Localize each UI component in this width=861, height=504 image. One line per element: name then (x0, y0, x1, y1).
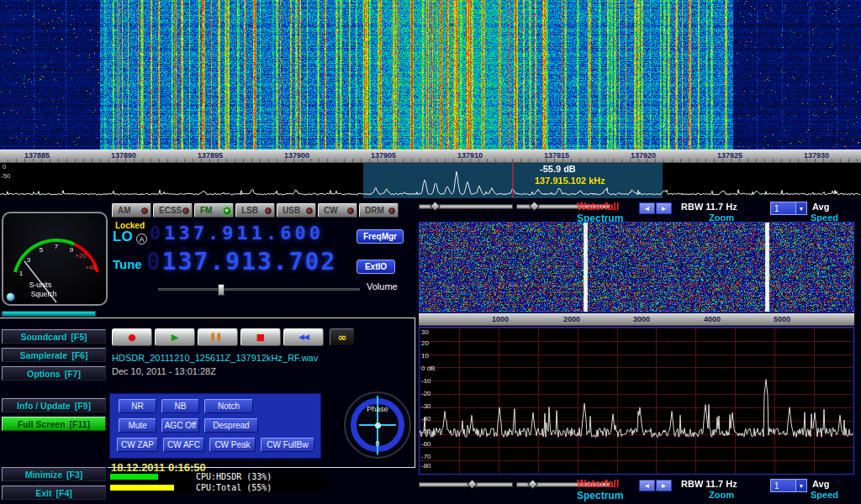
rbw-readout: RBW 11.7 Hz (681, 202, 737, 212)
stop-button[interactable]: ■ (240, 328, 281, 346)
rbw-readout-bottom: RBW 11.7 Hz (681, 479, 737, 489)
squelch-knob[interactable] (6, 292, 15, 302)
af-spectrum-display[interactable] (419, 327, 854, 475)
lo-frequency-display[interactable]: 0137.911.600 (150, 223, 324, 244)
cw-zap-button[interactable]: CW ZAP (117, 438, 158, 452)
waterfall-tab-bottom[interactable]: Waterfall (577, 478, 619, 490)
nr-button[interactable]: NR (119, 399, 156, 413)
waterfall-upper-slider-bottom[interactable] (419, 482, 513, 487)
db-tick: -70 (421, 453, 431, 460)
slider-thumb[interactable] (527, 479, 538, 490)
cpu-total-bar (110, 485, 174, 491)
nb-button[interactable]: NB (161, 399, 199, 413)
loop-button[interactable]: ∞ (330, 328, 355, 346)
waterfall-upper-slider[interactable] (419, 204, 513, 209)
main-waterfall-display[interactable] (0, 0, 861, 150)
divider (108, 467, 415, 468)
spectrum-tab-bottom[interactable]: Spectrum (577, 490, 623, 501)
af-tick: 5000 (774, 315, 790, 323)
fullscreen-button[interactable]: Full Screen[F11] (2, 417, 106, 431)
af-waterfall-display[interactable] (419, 222, 854, 312)
freqmgr-button[interactable]: FreqMgr (357, 229, 404, 244)
cw-fullbw-button[interactable]: CW FullBw (261, 438, 314, 452)
cpu-hdsdr-bar (110, 474, 158, 480)
main-spectrum-canvas[interactable] (0, 163, 861, 198)
shift-right-button[interactable]: ► (656, 480, 672, 491)
avg-select[interactable]: 1 ▼ (770, 202, 807, 215)
shift-left-button[interactable]: ◄ (639, 202, 655, 214)
frequency-scale[interactable]: 137885 137890 137895 137900 137905 13791… (0, 150, 861, 163)
waterfall-tab[interactable]: Waterfall (577, 201, 619, 213)
shift-right-button[interactable]: ► (656, 202, 672, 214)
main-spectrum-display[interactable]: 0 -50 -55.9 dB 137.915.102 kHz (0, 163, 861, 198)
freq-tick: 137925 (717, 151, 742, 160)
play-button[interactable]: ▶ (155, 328, 195, 346)
shift-left-button[interactable]: ◄ (639, 480, 655, 491)
right-arrow-icon: ► (661, 482, 668, 490)
info-update-button[interactable]: Info / Update[F9] (2, 398, 106, 412)
samplerate-button[interactable]: Samplerate[F6] (2, 348, 106, 362)
exit-button[interactable]: Exit[F4] (2, 486, 106, 500)
db-tick: 10 (421, 352, 429, 360)
loop-icon: ∞ (338, 332, 347, 343)
mode-led (141, 207, 148, 214)
extio-button[interactable]: ExtIO (357, 260, 395, 274)
s-meter: 1 3 5 7 9 +20 +40 S-units Squelch (2, 212, 108, 306)
mode-fm-button[interactable]: FM (194, 203, 234, 218)
svg-text:9: 9 (70, 246, 74, 254)
mode-lsb-button[interactable]: LSB (235, 203, 275, 218)
mode-drm-button[interactable]: DRM (359, 203, 399, 218)
lo-label: LO (113, 228, 133, 245)
squelch-label: Squelch (31, 290, 57, 298)
freq-readout: 137.915.102 kHz (535, 176, 605, 186)
slider-thumb[interactable] (529, 201, 540, 212)
svg-text:+40: +40 (85, 264, 97, 271)
dropdown-arrow-icon[interactable]: ▼ (795, 202, 806, 214)
record-button[interactable]: ● (112, 328, 152, 346)
hdsdr-window: 137885 137890 137895 137900 137905 13791… (0, 0, 861, 504)
mode-am-button[interactable]: AM (112, 203, 151, 218)
options-button[interactable]: Options[F7] (2, 366, 106, 381)
shift-arrows-bottom: ◄ ► (639, 480, 672, 491)
squelch-level-bar[interactable] (2, 311, 96, 317)
record-icon: ● (128, 333, 136, 342)
mute-button[interactable]: Mute (119, 418, 156, 433)
despread-button[interactable]: Despread (204, 418, 258, 433)
af-tick: 1000 (492, 315, 509, 323)
soundcard-button[interactable]: Soundcard[F5] (2, 329, 106, 344)
zoom-label-bottom: Zoom (709, 490, 734, 500)
db-readout: -55.9 dB (540, 164, 576, 174)
phase-dial[interactable]: Phase 0 (344, 391, 411, 459)
mode-cw-button[interactable]: CW (318, 203, 357, 218)
db-tick: -40 (421, 415, 431, 423)
pause-button[interactable]: ▌▌ (198, 328, 238, 346)
slider-thumb[interactable] (467, 479, 478, 490)
strip-axis-top: 0 (3, 163, 6, 171)
rewind-button[interactable]: ◀◀ (283, 328, 324, 346)
dropdown-arrow-icon[interactable]: ▼ (795, 480, 806, 491)
freq-tick: 137920 (631, 151, 656, 160)
freq-tick: 137915 (544, 151, 569, 160)
cw-afc-button[interactable]: CW AFC (163, 438, 204, 452)
cpu-total-row: CPU:Total (55%) (109, 483, 326, 493)
minimize-button[interactable]: Minimize[F3] (2, 467, 106, 481)
mode-usb-button[interactable]: USB (277, 203, 316, 218)
volume-slider[interactable] (158, 288, 360, 291)
slider-thumb[interactable] (430, 201, 441, 212)
lo-lock-badge[interactable]: A (136, 234, 147, 244)
s-meter-face: 1 3 5 7 9 +20 +40 S-units Squelch (3, 213, 106, 304)
wav-file-timestamp: Dec 10, 2011 - 13:01:28Z (112, 366, 216, 376)
volume-slider-thumb[interactable] (218, 284, 224, 296)
left-arrow-icon: ◄ (644, 205, 651, 213)
agc-off-button[interactable]: AGC Off (161, 418, 199, 433)
tune-frequency-display[interactable]: 0137.913.702 (146, 248, 336, 276)
db-tick: -20 (421, 390, 431, 397)
notch-button[interactable]: Notch (204, 399, 253, 413)
cw-peak-button[interactable]: CW Peak (209, 438, 256, 452)
mode-ecss-button[interactable]: ECSS (153, 203, 193, 218)
right-arrow-icon: ► (661, 205, 668, 213)
af-tick: 4000 (704, 315, 721, 323)
af-tick: 3000 (633, 315, 650, 323)
play-icon: ▶ (172, 333, 178, 342)
avg-select-bottom[interactable]: 1 ▼ (770, 479, 807, 492)
